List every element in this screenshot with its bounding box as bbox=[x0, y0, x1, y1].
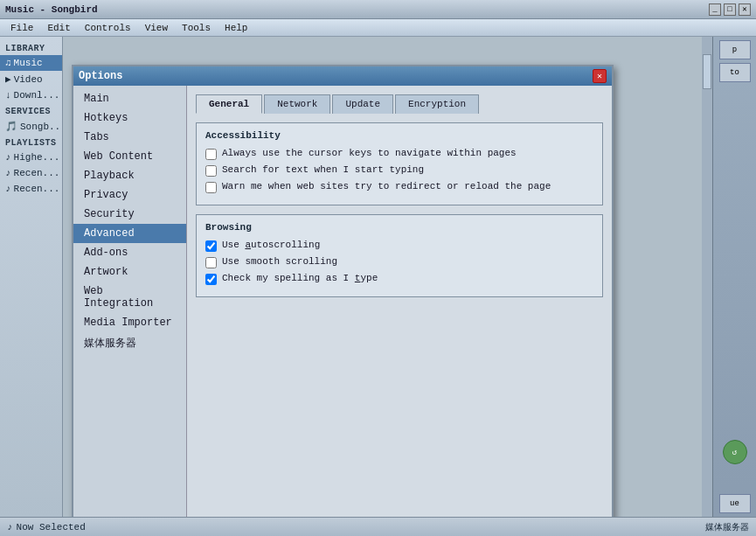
sidebar-item-downloads[interactable]: ↓ Downl... bbox=[0, 87, 62, 103]
search-typing-label: Search for text when I start typing bbox=[222, 164, 424, 175]
sidebar: LIBRARY ♫ Music ▶ Video ↓ Downl... SERVI… bbox=[0, 37, 63, 517]
right-btn-3[interactable]: ue bbox=[719, 494, 751, 513]
smooth-scroll-label: Use smooth scrolling bbox=[222, 256, 337, 267]
nav-security[interactable]: Security bbox=[73, 205, 186, 224]
dialog-close-button[interactable]: ✕ bbox=[593, 69, 607, 83]
search-typing-checkbox[interactable] bbox=[205, 165, 217, 177]
right-panel: p to ↺ ue bbox=[712, 37, 756, 517]
dialog-title-bar: Options ✕ bbox=[73, 66, 612, 86]
minimize-button[interactable]: _ bbox=[709, 3, 721, 16]
tab-update[interactable]: Update bbox=[332, 94, 393, 114]
tab-bar: General Network Update Encryption bbox=[196, 94, 603, 114]
close-button[interactable]: ✕ bbox=[739, 3, 751, 16]
menu-file[interactable]: File bbox=[3, 21, 40, 35]
menu-view[interactable]: View bbox=[138, 21, 175, 35]
smooth-scroll-checkbox[interactable] bbox=[205, 257, 217, 268]
checkbox-search-typing: Search for text when I start typing bbox=[205, 164, 593, 177]
nav-playback[interactable]: Playback bbox=[73, 166, 186, 185]
autoscroll-label: Use autoscrolling bbox=[222, 240, 320, 250]
sidebar-item-songbird[interactable]: 🎵 Songb... bbox=[0, 118, 62, 135]
spell-check-checkbox[interactable] bbox=[205, 274, 217, 285]
warn-redirect-checkbox[interactable] bbox=[205, 182, 217, 193]
songbird-icon: 🎵 bbox=[5, 121, 17, 132]
nav-web-integration[interactable]: Web Integration bbox=[73, 282, 186, 313]
right-btn-refresh[interactable]: ↺ bbox=[723, 440, 747, 464]
cursor-nav-checkbox[interactable] bbox=[205, 149, 217, 160]
status-now-selected-icon: ♪ bbox=[7, 522, 13, 533]
nav-main[interactable]: Main bbox=[73, 89, 186, 108]
accessibility-title: Accessibility bbox=[205, 130, 593, 141]
sidebar-item-video[interactable]: ▶ Video bbox=[0, 71, 62, 87]
nav-tabs[interactable]: Tabs bbox=[73, 128, 186, 147]
dialog-body: Main Hotkeys Tabs Web Content Playback P… bbox=[73, 86, 612, 519]
tab-encryption[interactable]: Encryption bbox=[395, 94, 479, 114]
sidebar-section-library: LIBRARY bbox=[0, 40, 62, 55]
music-icon: ♫ bbox=[5, 58, 11, 68]
nav-privacy[interactable]: Privacy bbox=[73, 185, 186, 205]
status-bar: ♪ Now Selected 媒体服务器 bbox=[0, 517, 756, 536]
browsing-title: Browsing bbox=[205, 222, 593, 233]
menu-edit[interactable]: Edit bbox=[40, 21, 77, 35]
app-title: Music - Songbird bbox=[5, 4, 709, 15]
playlist-recent1-icon: ♪ bbox=[5, 168, 11, 178]
spell-check-label: Check my spelling as I type bbox=[222, 273, 378, 283]
playlist-recent2-icon: ♪ bbox=[5, 184, 11, 194]
nav-web-content[interactable]: Web Content bbox=[73, 147, 186, 166]
sidebar-item-highest[interactable]: ♪ Highe... bbox=[0, 150, 62, 165]
nav-media-importer[interactable]: Media Importer bbox=[73, 313, 186, 332]
app-body: LIBRARY ♫ Music ▶ Video ↓ Downl... SERVI… bbox=[0, 37, 756, 517]
scroll-thumb[interactable] bbox=[703, 54, 711, 89]
playlist-icon: ♪ bbox=[5, 152, 11, 163]
sidebar-section-playlists: PLAYLISTS bbox=[0, 135, 62, 150]
dialog-overlay: Options ✕ Main Hotkeys Tabs Web Content … bbox=[63, 56, 756, 498]
checkbox-cursor-nav: Always use the cursor keys to navigate w… bbox=[205, 148, 593, 160]
sidebar-section-services: SERVICES bbox=[0, 103, 62, 118]
tab-network[interactable]: Network bbox=[264, 94, 330, 114]
title-bar: Music - Songbird _ □ ✕ bbox=[0, 0, 756, 19]
menu-help[interactable]: Help bbox=[218, 21, 254, 35]
tab-general[interactable]: General bbox=[196, 94, 262, 114]
menu-bar: File Edit Controls View Tools Help bbox=[0, 19, 756, 37]
dialog-title: Options bbox=[79, 70, 593, 82]
nav-hotkeys[interactable]: Hotkeys bbox=[73, 108, 186, 128]
sidebar-item-recent1[interactable]: ♪ Recen... bbox=[0, 165, 62, 181]
menu-tools[interactable]: Tools bbox=[175, 21, 218, 35]
sidebar-item-recent2[interactable]: ♪ Recen... bbox=[0, 181, 62, 197]
sidebar-item-music[interactable]: ♫ Music bbox=[0, 55, 62, 71]
nav-add-ons[interactable]: Add-ons bbox=[73, 243, 186, 262]
nav-artwork[interactable]: Artwork bbox=[73, 262, 186, 282]
browsing-section: Browsing Use autoscrolling Use smooth sc… bbox=[196, 214, 603, 297]
options-content: General Network Update Encryption Access… bbox=[187, 86, 612, 519]
nav-advanced[interactable]: Advanced bbox=[73, 224, 186, 243]
cursor-nav-label: Always use the cursor keys to navigate w… bbox=[222, 148, 517, 158]
checkbox-warn-redirect: Warn me when web sites try to redirect o… bbox=[205, 181, 593, 193]
download-icon: ↓ bbox=[5, 90, 11, 101]
options-nav: Main Hotkeys Tabs Web Content Playback P… bbox=[73, 86, 187, 519]
nav-media-server[interactable]: 媒体服务器 bbox=[73, 332, 186, 354]
options-dialog: Options ✕ Main Hotkeys Tabs Web Content … bbox=[72, 65, 614, 536]
checkbox-spell-check: Check my spelling as I type bbox=[205, 273, 593, 285]
window-controls: _ □ ✕ bbox=[709, 3, 751, 16]
right-btn-1[interactable]: p bbox=[719, 40, 751, 59]
video-icon: ▶ bbox=[5, 73, 11, 85]
status-text: Now Selected bbox=[17, 522, 86, 533]
autoscroll-checkbox[interactable] bbox=[205, 240, 217, 252]
checkbox-smooth-scroll: Use smooth scrolling bbox=[205, 256, 593, 268]
media-server-label: 媒体服务器 bbox=[705, 521, 749, 533]
accessibility-section: Accessibility Always use the cursor keys… bbox=[196, 122, 603, 205]
menu-controls[interactable]: Controls bbox=[78, 21, 138, 35]
scrollbar[interactable] bbox=[702, 37, 712, 517]
maximize-button[interactable]: □ bbox=[724, 3, 736, 16]
checkbox-autoscroll: Use autoscrolling bbox=[205, 240, 593, 252]
warn-redirect-label: Warn me when web sites try to redirect o… bbox=[222, 181, 551, 191]
right-btn-2[interactable]: to bbox=[719, 63, 751, 82]
